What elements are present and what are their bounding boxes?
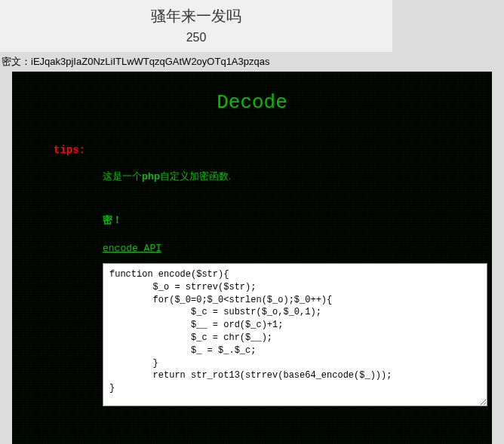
desc-prefix: 这是一个 <box>103 170 142 182</box>
desc-suffix: 自定义加密函数. <box>160 170 232 182</box>
cipher-label: 密文： <box>2 56 31 67</box>
decode-panel: Decode tips: 这是一个php自定义加密函数. 密！ encode A… <box>12 72 492 444</box>
page-number: 250 <box>0 31 392 44</box>
description-text: 这是一个php自定义加密函数. <box>103 170 469 183</box>
mi-text: 密！ <box>103 213 469 227</box>
code-textarea[interactable] <box>103 263 487 406</box>
decode-heading: Decode <box>35 91 469 114</box>
encode-api-link[interactable]: encode API <box>103 243 161 254</box>
cipher-line: 密文：iEJqak3pjIaZ0NzLiITLwWTqzqGAtW2oyOTq1… <box>0 52 504 72</box>
dim-line <box>103 188 469 198</box>
desc-bold: php <box>142 170 160 182</box>
content-block: 这是一个php自定义加密函数. 密！ encode API <box>103 170 469 409</box>
page-title: 骚年来一发吗 <box>0 6 392 26</box>
top-section: 骚年来一发吗 250 <box>0 0 392 52</box>
cipher-value: iEJqak3pjIaZ0NzLiITLwWTqzqGAtW2oyOTq1A3p… <box>31 56 269 67</box>
tips-label: tips: <box>54 144 469 156</box>
